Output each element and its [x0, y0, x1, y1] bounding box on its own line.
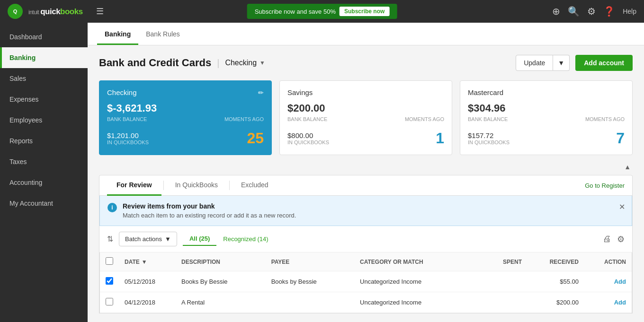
- collapse-icon: ▲: [624, 163, 631, 171]
- update-button[interactable]: Update: [516, 55, 553, 71]
- sidebar: Dashboard Banking Sales Expenses Employe…: [0, 23, 88, 322]
- card-balance-mastercard: $304.96: [468, 102, 625, 114]
- row2-received: $200.00: [528, 292, 584, 313]
- col-checkbox: [100, 252, 119, 271]
- account-card-savings[interactable]: Savings $200.00 BANK BALANCE Moments ago…: [279, 80, 452, 155]
- card-footer-mastercard: $157.72 IN QUICKBOOKS 7: [468, 130, 625, 147]
- sidebar-item-taxes[interactable]: Taxes: [0, 151, 88, 172]
- sidebar-item-banking[interactable]: Banking: [0, 47, 88, 68]
- search-icon[interactable]: 🔍: [568, 6, 580, 17]
- collapse-cards-btn[interactable]: ▲: [99, 163, 633, 171]
- row2-spent: [471, 292, 528, 313]
- go-to-register-link[interactable]: Go to Register: [585, 176, 625, 195]
- logo-area: Q intuit quickbooks ☰: [8, 4, 104, 19]
- card-qb-balance-savings: $800.00: [287, 131, 329, 139]
- quickbooks-logo: Q: [8, 4, 23, 19]
- row1-category: Uncategorized Income: [354, 271, 471, 292]
- promo-banner: Subscribe now and save 50% Subscribe now: [247, 4, 397, 19]
- sidebar-item-expenses[interactable]: Expenses: [0, 89, 88, 110]
- row2-payee: [266, 292, 354, 313]
- inner-content: Bank and Credit Cards | Checking ▼ Updat…: [88, 45, 644, 322]
- card-header-mastercard: Mastercard: [468, 88, 625, 96]
- row1-checkbox[interactable]: [106, 277, 113, 285]
- row2-category: Uncategorized Income: [354, 292, 471, 313]
- settings-icon[interactable]: ⚙: [587, 6, 596, 17]
- row1-action: Add: [584, 271, 632, 292]
- tab-in-quickbooks[interactable]: In QuickBooks: [166, 175, 227, 196]
- col-category: CATEGORY OR MATCH: [354, 252, 471, 271]
- card-qb-label-savings: IN QUICKBOOKS: [287, 139, 329, 145]
- row2-checkbox-cell: [100, 292, 119, 313]
- main-layout: Dashboard Banking Sales Expenses Employe…: [0, 23, 644, 322]
- card-name-savings: Savings: [287, 88, 313, 96]
- page-separator: |: [217, 58, 219, 69]
- subscribe-button[interactable]: Subscribe now: [340, 7, 389, 16]
- batch-actions-button[interactable]: Batch actions ▼: [119, 232, 177, 246]
- card-qb-balance-mastercard: $157.72: [468, 131, 510, 139]
- card-name-checking: Checking: [107, 88, 137, 96]
- row1-received: $55.00: [528, 271, 584, 292]
- edit-icon-checking[interactable]: ✏: [258, 89, 264, 96]
- sort-icon[interactable]: ⇅: [107, 235, 113, 244]
- row1-date: 05/12/2018: [119, 271, 176, 292]
- header-actions: Update ▼ Add account: [516, 55, 633, 71]
- print-icon[interactable]: 🖨: [603, 234, 611, 244]
- account-selector[interactable]: Checking ▼: [225, 59, 265, 67]
- transaction-table-area: DATE ▼ DESCRIPTION PAYEE CATEGORY OR MAT…: [99, 252, 632, 313]
- tab-bank-rules[interactable]: Bank Rules: [138, 24, 188, 45]
- page-header-left: Bank and Credit Cards | Checking ▼: [99, 57, 265, 69]
- sidebar-item-employees[interactable]: Employees: [0, 110, 88, 131]
- hamburger-icon[interactable]: ☰: [96, 6, 104, 17]
- row2-checkbox[interactable]: [106, 298, 113, 305]
- top-nav: Q intuit quickbooks ☰ Subscribe now and …: [0, 0, 644, 23]
- sidebar-item-sales[interactable]: Sales: [0, 68, 88, 89]
- tab-excluded[interactable]: Excluded: [232, 175, 278, 196]
- card-qb-label-mastercard: IN QUICKBOOKS: [468, 139, 510, 145]
- account-card-mastercard[interactable]: Mastercard $304.96 BANK BALANCE Moments …: [460, 80, 633, 155]
- account-card-checking[interactable]: Checking ✏ $-3,621.93 BANK BALANCE Momen…: [99, 80, 272, 155]
- table-row: 05/12/2018 Books By Bessie Books by Bess…: [100, 271, 632, 292]
- add-account-button[interactable]: Add account: [575, 55, 633, 71]
- col-payee: PAYEE: [266, 252, 354, 271]
- row1-spent: [471, 271, 528, 292]
- card-balance-label-mastercard: BANK BALANCE Moments ago: [468, 116, 625, 122]
- help-icon[interactable]: ❓: [603, 6, 615, 17]
- row2-description: A Rental: [176, 292, 266, 313]
- help-label[interactable]: Help: [623, 8, 636, 15]
- add-icon[interactable]: ⊕: [552, 6, 560, 17]
- filter-tab-recognized[interactable]: Recognized (14): [216, 233, 275, 245]
- update-dropdown-button[interactable]: ▼: [553, 55, 570, 71]
- page-title: Bank and Credit Cards: [99, 57, 211, 69]
- batch-actions-chevron: ▼: [165, 235, 171, 243]
- sidebar-item-accounting[interactable]: Accounting: [0, 172, 88, 193]
- tab-bar: Banking Bank Rules: [88, 23, 644, 45]
- select-all-checkbox[interactable]: [106, 257, 113, 265]
- row2-add-link[interactable]: Add: [614, 299, 626, 306]
- tab-banking[interactable]: Banking: [97, 24, 138, 45]
- tab-divider-1: [163, 181, 164, 190]
- card-balance-savings: $200.00: [287, 102, 444, 114]
- row1-description: Books By Bessie: [176, 271, 266, 292]
- main-content: Banking Bank Rules Bank and Credit Cards…: [88, 23, 644, 322]
- account-selector-chevron: ▼: [259, 60, 265, 66]
- card-balance-checking: $-3,621.93: [107, 102, 264, 114]
- col-date[interactable]: DATE ▼: [119, 252, 176, 271]
- card-name-mastercard: Mastercard: [468, 88, 503, 96]
- card-footer-savings: $800.00 IN QUICKBOOKS 1: [287, 130, 444, 147]
- sidebar-item-my-accountant[interactable]: My Accountant: [0, 193, 88, 214]
- filter-tab-all[interactable]: All (25): [183, 232, 216, 246]
- card-header-savings: Savings: [287, 88, 444, 96]
- card-qb-label-checking: IN QUICKBOOKS: [107, 139, 149, 145]
- row1-add-link[interactable]: Add: [614, 278, 626, 285]
- info-close-button[interactable]: ✕: [619, 202, 625, 211]
- table-settings-icon[interactable]: ⚙: [617, 234, 625, 244]
- card-footer-checking: $1,201.00 IN QUICKBOOKS 25: [107, 130, 264, 147]
- page-header: Bank and Credit Cards | Checking ▼ Updat…: [99, 55, 633, 71]
- tab-for-review[interactable]: For Review: [107, 175, 161, 196]
- toolbar-right: 🖨 ⚙: [603, 234, 625, 244]
- account-cards: Checking ✏ $-3,621.93 BANK BALANCE Momen…: [99, 80, 633, 155]
- card-balance-label-checking: BANK BALANCE Moments ago: [107, 116, 264, 122]
- sidebar-item-reports[interactable]: Reports: [0, 131, 88, 151]
- table-header-row: DATE ▼ DESCRIPTION PAYEE CATEGORY OR MAT…: [100, 252, 632, 271]
- sidebar-item-dashboard[interactable]: Dashboard: [0, 26, 88, 47]
